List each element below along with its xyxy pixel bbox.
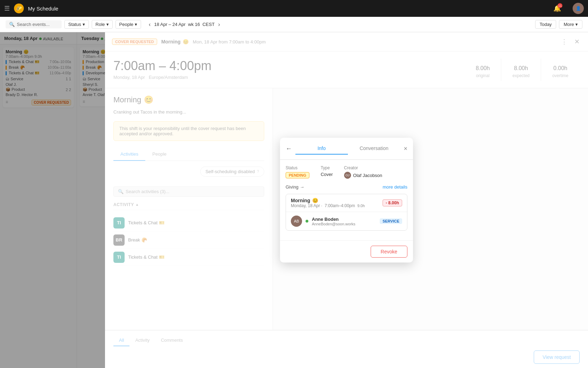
person-email: AnneBoden@soon.works <box>312 222 355 226</box>
type-field: Type Cover <box>321 165 333 179</box>
schedule-area: Monday, 18 Apr AVAILABLE Morning 😊 7:00a… <box>0 32 588 368</box>
chevron-down-icon: ▾ <box>575 22 578 27</box>
info-tab[interactable]: Info <box>295 143 348 155</box>
inner-modal-overlay: ← Info Conversation × Status PENDING <box>105 32 588 368</box>
menu-icon[interactable]: ☰ <box>4 5 10 12</box>
top-nav: ☰ 🌮 My Schedule 🔔 11 👤 <box>0 0 588 17</box>
revoke-button[interactable]: Revoke <box>371 246 407 258</box>
more-details-link[interactable]: more details <box>383 184 407 190</box>
inner-modal-tabs: Info Conversation <box>295 143 400 155</box>
type-label: Type <box>321 165 333 170</box>
online-indicator <box>306 220 308 223</box>
service-badge: SERVICE <box>380 218 402 224</box>
chevron-down-icon: ▾ <box>106 22 109 27</box>
chevron-down-icon: ▾ <box>135 22 137 27</box>
shift-card-header: Morning 😊 Monday, 18 Apr · 7:00am–4:00pm… <box>286 194 407 212</box>
status-field: Status PENDING <box>286 165 309 179</box>
creator-label: Creator <box>344 165 382 170</box>
inner-modal-header: ← Info Conversation × <box>280 138 413 160</box>
person-name: Anne Boden <box>312 217 355 222</box>
app-logo: 🌮 <box>14 4 24 13</box>
pending-badge: PENDING <box>286 172 309 178</box>
toolbar: 🔍 Search events... Status ▾ Role ▾ Peopl… <box>0 17 588 32</box>
status-label: Status <box>286 165 309 170</box>
shift-card-info: Morning 😊 Monday, 18 Apr · 7:00am–4:00pm… <box>291 198 365 208</box>
user-avatar[interactable]: 👤 <box>573 3 584 14</box>
search-icon: 🔍 <box>9 22 15 27</box>
more-button[interactable]: More ▾ <box>559 20 582 29</box>
creator-field: Creator OJ Olaf Jacobson <box>344 165 382 179</box>
today-button[interactable]: Today <box>535 20 556 29</box>
conversation-tab[interactable]: Conversation <box>348 143 400 155</box>
person-avatar: AB <box>291 216 302 227</box>
shift-detail-panel: COVER REQUESTED Morning 😊 Mon, 18 Apr fr… <box>105 32 588 368</box>
person-row: AB Anne Boden AnneBoden@soon.works SERVI… <box>286 212 407 230</box>
shift-hours-neg: - 8.00h <box>383 199 402 206</box>
creator-avatar: OJ <box>344 172 351 179</box>
inner-modal-footer: Revoke <box>280 240 413 263</box>
shift-card: Morning 😊 Monday, 18 Apr · 7:00am–4:00pm… <box>286 194 407 231</box>
giving-label: Giving → <box>286 184 304 190</box>
status-filter[interactable]: Status ▾ <box>64 20 89 29</box>
shift-card-date: Monday, 18 Apr · 7:00am–4:00pm 9.0h <box>291 203 365 208</box>
cover-request-modal: ← Info Conversation × Status PENDING <box>280 138 413 263</box>
shift-card-name: Morning 😊 <box>291 198 365 203</box>
person-info: Anne Boden AnneBoden@soon.works <box>312 217 355 226</box>
notification-badge: 11 <box>558 3 562 8</box>
inner-modal-body: Status PENDING Type Cover Creator OJ Ola… <box>280 160 413 240</box>
people-filter[interactable]: People ▾ <box>115 20 141 29</box>
giving-row: Giving → more details <box>286 184 407 190</box>
next-week-btn[interactable]: › <box>216 21 222 28</box>
search-events-box[interactable]: 🔍 Search events... <box>6 20 62 28</box>
type-val: Cover <box>321 172 333 177</box>
date-navigation: ‹ 18 Apr – 24 Apr wk 16 CEST › <box>147 21 222 28</box>
inner-modal-close-button[interactable]: × <box>404 145 407 152</box>
date-range: 18 Apr – 24 Apr wk 16 CEST <box>154 22 215 27</box>
search-placeholder: Search events... <box>17 22 50 27</box>
chevron-down-icon: ▾ <box>83 22 85 27</box>
role-filter[interactable]: Role ▾ <box>92 20 113 29</box>
status-type-creator-row: Status PENDING Type Cover Creator OJ Ola… <box>286 165 407 179</box>
app-title: My Schedule <box>28 6 58 12</box>
creator-name: Olaf Jacobson <box>353 173 382 178</box>
inner-modal-back-button[interactable]: ← <box>286 145 292 152</box>
notifications-icon[interactable]: 🔔 11 <box>553 5 561 12</box>
prev-week-btn[interactable]: ‹ <box>147 21 153 28</box>
